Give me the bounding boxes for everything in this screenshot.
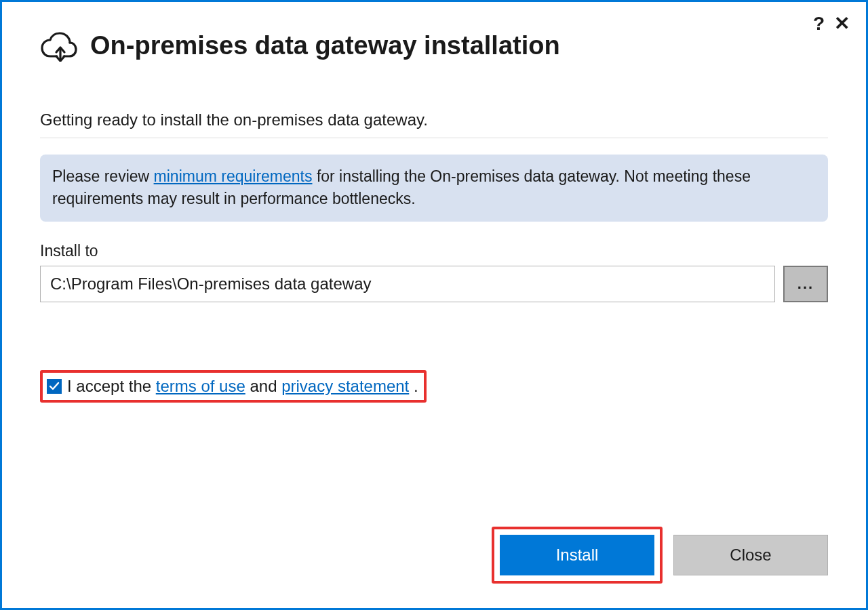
accept-terms-row: I accept the terms of use and privacy st… <box>47 377 418 396</box>
subtitle-text: Getting ready to install the on-premises… <box>40 110 828 138</box>
install-highlight: Install <box>492 527 663 584</box>
install-path-row: ... <box>40 266 828 302</box>
accept-prefix: I accept the <box>67 377 156 395</box>
header: On-premises data gateway installation <box>40 29 828 62</box>
install-button[interactable]: Install <box>500 535 654 575</box>
accept-middle: and <box>245 377 281 395</box>
titlebar-controls: ? ✕ <box>813 14 850 33</box>
close-icon[interactable]: ✕ <box>834 14 850 33</box>
requirements-banner: Please review minimum requirements for i… <box>40 155 828 222</box>
cloud-upload-icon <box>40 29 78 62</box>
installer-window: ? ✕ On-premises data gateway installatio… <box>0 0 868 610</box>
minimum-requirements-link[interactable]: minimum requirements <box>154 167 313 185</box>
accept-highlight: I accept the terms of use and privacy st… <box>40 370 427 403</box>
accept-suffix: . <box>409 377 418 395</box>
page-title: On-premises data gateway installation <box>90 31 560 60</box>
accept-terms-checkbox[interactable] <box>47 379 62 394</box>
install-to-label: Install to <box>40 242 828 260</box>
install-path-input[interactable] <box>40 266 775 302</box>
help-icon[interactable]: ? <box>813 14 825 33</box>
terms-of-use-link[interactable]: terms of use <box>156 377 245 395</box>
browse-button[interactable]: ... <box>783 266 828 302</box>
privacy-statement-link[interactable]: privacy statement <box>281 377 409 395</box>
footer-buttons: Install Close <box>492 527 828 584</box>
close-button[interactable]: Close <box>673 535 828 575</box>
banner-text-before: Please review <box>52 167 154 185</box>
